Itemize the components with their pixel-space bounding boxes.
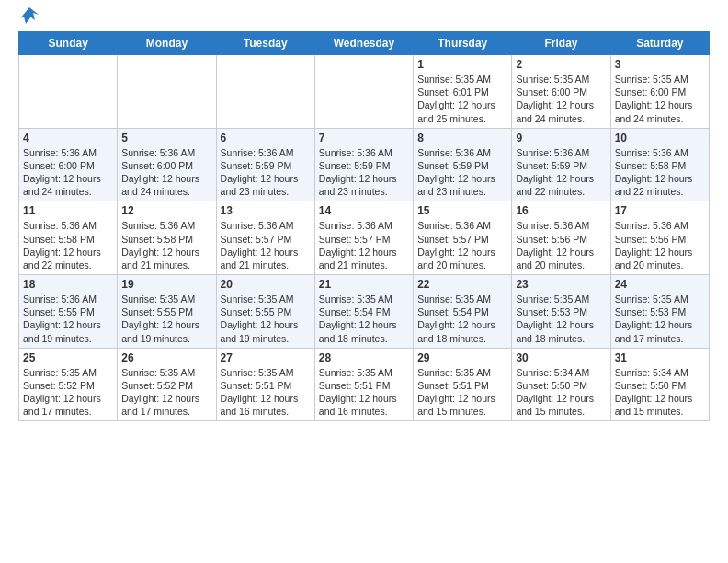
calendar-cell: 18Sunrise: 5:36 AMSunset: 5:55 PMDayligh… xyxy=(19,275,118,349)
calendar-cell: 24Sunrise: 5:35 AMSunset: 5:53 PMDayligh… xyxy=(610,275,709,349)
day-info: Sunrise: 5:36 AMSunset: 5:56 PMDaylight:… xyxy=(615,219,705,271)
day-number: 13 xyxy=(221,204,311,217)
day-info: Sunrise: 5:34 AMSunset: 5:50 PMDaylight:… xyxy=(615,366,705,419)
calendar-cell: 29Sunrise: 5:35 AMSunset: 5:51 PMDayligh… xyxy=(414,348,512,421)
header xyxy=(18,15,710,24)
day-number: 25 xyxy=(23,351,113,364)
weekday-header-friday: Friday xyxy=(512,32,610,55)
day-info: Sunrise: 5:35 AMSunset: 5:51 PMDaylight:… xyxy=(221,366,311,419)
day-number: 7 xyxy=(319,132,409,144)
logo xyxy=(18,15,39,24)
day-number: 17 xyxy=(615,204,705,217)
calendar-cell: 9Sunrise: 5:36 AMSunset: 5:59 PMDaylight… xyxy=(512,128,610,201)
calendar-cell: 25Sunrise: 5:35 AMSunset: 5:52 PMDayligh… xyxy=(19,348,118,421)
calendar-cell: 26Sunrise: 5:35 AMSunset: 5:52 PMDayligh… xyxy=(118,348,216,421)
calendar-cell: 27Sunrise: 5:35 AMSunset: 5:51 PMDayligh… xyxy=(216,348,314,421)
day-info: Sunrise: 5:35 AMSunset: 5:53 PMDaylight:… xyxy=(615,293,705,345)
calendar-cell: 15Sunrise: 5:36 AMSunset: 5:57 PMDayligh… xyxy=(414,201,512,275)
calendar-cell: 21Sunrise: 5:35 AMSunset: 5:54 PMDayligh… xyxy=(314,275,413,349)
day-number: 28 xyxy=(319,351,409,364)
calendar-cell: 28Sunrise: 5:35 AMSunset: 5:51 PMDayligh… xyxy=(314,348,413,421)
day-number: 8 xyxy=(417,132,507,144)
day-number: 29 xyxy=(417,351,507,364)
day-info: Sunrise: 5:35 AMSunset: 5:51 PMDaylight:… xyxy=(319,366,409,419)
weekday-header-wednesday: Wednesday xyxy=(314,32,413,55)
day-info: Sunrise: 5:36 AMSunset: 5:57 PMDaylight:… xyxy=(221,219,311,271)
day-number: 6 xyxy=(221,132,311,144)
day-number: 22 xyxy=(417,278,507,291)
day-info: Sunrise: 5:36 AMSunset: 5:59 PMDaylight:… xyxy=(319,146,409,199)
day-number: 27 xyxy=(221,351,311,364)
day-info: Sunrise: 5:36 AMSunset: 5:59 PMDaylight:… xyxy=(516,146,606,199)
day-number: 5 xyxy=(121,132,211,144)
calendar-cell: 2Sunrise: 5:35 AMSunset: 6:00 PMDaylight… xyxy=(512,55,610,129)
calendar-cell xyxy=(118,55,216,129)
day-info: Sunrise: 5:35 AMSunset: 5:51 PMDaylight:… xyxy=(417,366,507,419)
calendar-cell: 11Sunrise: 5:36 AMSunset: 5:58 PMDayligh… xyxy=(19,201,118,275)
day-number: 23 xyxy=(516,278,606,291)
day-info: Sunrise: 5:35 AMSunset: 5:55 PMDaylight:… xyxy=(121,293,211,345)
calendar-cell: 22Sunrise: 5:35 AMSunset: 5:54 PMDayligh… xyxy=(414,275,512,349)
calendar-cell: 17Sunrise: 5:36 AMSunset: 5:56 PMDayligh… xyxy=(610,201,709,275)
day-info: Sunrise: 5:36 AMSunset: 5:57 PMDaylight:… xyxy=(319,219,409,271)
day-info: Sunrise: 5:36 AMSunset: 6:00 PMDaylight:… xyxy=(121,146,211,199)
calendar-table: SundayMondayTuesdayWednesdayThursdayFrid… xyxy=(18,31,710,421)
day-number: 4 xyxy=(23,132,113,144)
day-info: Sunrise: 5:36 AMSunset: 6:00 PMDaylight:… xyxy=(23,146,113,199)
day-number: 10 xyxy=(615,132,705,144)
calendar-cell: 5Sunrise: 5:36 AMSunset: 6:00 PMDaylight… xyxy=(118,128,216,201)
day-info: Sunrise: 5:35 AMSunset: 6:00 PMDaylight:… xyxy=(516,73,606,125)
day-number: 31 xyxy=(615,351,705,364)
day-number: 18 xyxy=(23,278,113,291)
weekday-header-sunday: Sunday xyxy=(19,32,118,55)
day-info: Sunrise: 5:35 AMSunset: 5:55 PMDaylight:… xyxy=(221,293,311,345)
day-info: Sunrise: 5:36 AMSunset: 5:56 PMDaylight:… xyxy=(516,219,606,271)
day-info: Sunrise: 5:36 AMSunset: 5:57 PMDaylight:… xyxy=(417,219,507,271)
calendar-cell: 10Sunrise: 5:36 AMSunset: 5:58 PMDayligh… xyxy=(610,128,709,201)
calendar-cell: 4Sunrise: 5:36 AMSunset: 6:00 PMDaylight… xyxy=(19,128,118,201)
day-info: Sunrise: 5:34 AMSunset: 5:50 PMDaylight:… xyxy=(516,366,606,419)
calendar-cell: 13Sunrise: 5:36 AMSunset: 5:57 PMDayligh… xyxy=(216,201,314,275)
weekday-header-tuesday: Tuesday xyxy=(216,32,314,55)
calendar-cell: 7Sunrise: 5:36 AMSunset: 5:59 PMDaylight… xyxy=(314,128,413,201)
day-number: 20 xyxy=(221,278,311,291)
day-info: Sunrise: 5:35 AMSunset: 6:01 PMDaylight:… xyxy=(417,73,507,125)
day-number: 16 xyxy=(516,204,606,217)
day-number: 9 xyxy=(516,132,606,144)
calendar-cell: 20Sunrise: 5:35 AMSunset: 5:55 PMDayligh… xyxy=(216,275,314,349)
day-number: 26 xyxy=(121,351,211,364)
day-info: Sunrise: 5:36 AMSunset: 5:58 PMDaylight:… xyxy=(615,146,705,199)
calendar-cell: 23Sunrise: 5:35 AMSunset: 5:53 PMDayligh… xyxy=(512,275,610,349)
weekday-header-saturday: Saturday xyxy=(610,32,709,55)
weekday-header-thursday: Thursday xyxy=(414,32,512,55)
day-info: Sunrise: 5:35 AMSunset: 5:52 PMDaylight:… xyxy=(121,366,211,419)
calendar-cell: 19Sunrise: 5:35 AMSunset: 5:55 PMDayligh… xyxy=(118,275,216,349)
day-info: Sunrise: 5:36 AMSunset: 5:55 PMDaylight:… xyxy=(23,293,113,345)
day-info: Sunrise: 5:35 AMSunset: 5:52 PMDaylight:… xyxy=(23,366,113,419)
day-number: 19 xyxy=(121,278,211,291)
calendar-cell: 12Sunrise: 5:36 AMSunset: 5:58 PMDayligh… xyxy=(118,201,216,275)
day-number: 24 xyxy=(615,278,705,291)
calendar-cell xyxy=(216,55,314,129)
day-info: Sunrise: 5:36 AMSunset: 5:59 PMDaylight:… xyxy=(417,146,507,199)
calendar-cell: 1Sunrise: 5:35 AMSunset: 6:01 PMDaylight… xyxy=(414,55,512,129)
day-number: 3 xyxy=(615,58,705,71)
calendar-cell: 8Sunrise: 5:36 AMSunset: 5:59 PMDaylight… xyxy=(414,128,512,201)
day-number: 21 xyxy=(319,278,409,291)
day-info: Sunrise: 5:36 AMSunset: 5:58 PMDaylight:… xyxy=(121,219,211,271)
svg-marker-0 xyxy=(20,7,39,24)
day-info: Sunrise: 5:35 AMSunset: 5:53 PMDaylight:… xyxy=(516,293,606,345)
calendar-cell xyxy=(19,55,118,129)
calendar-cell xyxy=(314,55,413,129)
day-number: 11 xyxy=(23,204,113,217)
day-number: 1 xyxy=(417,58,507,71)
day-info: Sunrise: 5:36 AMSunset: 5:58 PMDaylight:… xyxy=(23,219,113,271)
logo-bird-icon xyxy=(20,7,39,24)
day-number: 12 xyxy=(121,204,211,217)
day-number: 15 xyxy=(417,204,507,217)
day-number: 30 xyxy=(516,351,606,364)
day-number: 2 xyxy=(516,58,606,71)
day-number: 14 xyxy=(319,204,409,217)
calendar-cell: 31Sunrise: 5:34 AMSunset: 5:50 PMDayligh… xyxy=(610,348,709,421)
day-info: Sunrise: 5:35 AMSunset: 5:54 PMDaylight:… xyxy=(417,293,507,345)
